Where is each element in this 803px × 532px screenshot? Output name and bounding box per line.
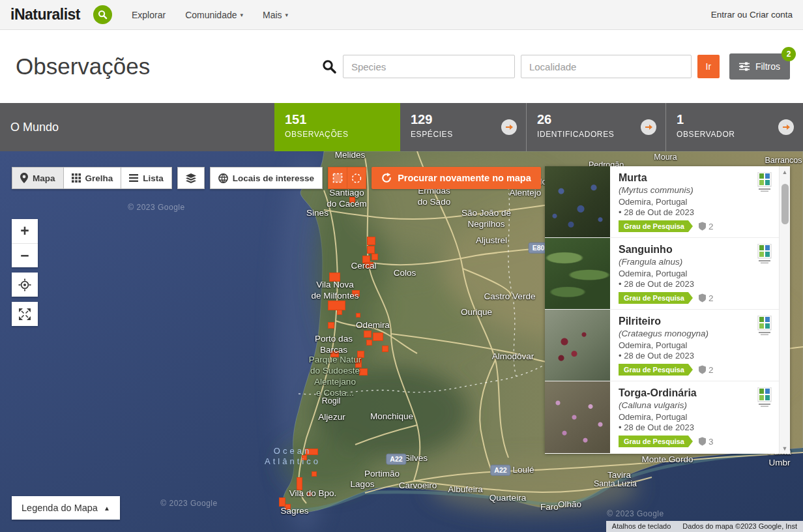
observation-card[interactable]: Torga-Ordinária (Calluna vulgaris) Odemi… — [545, 381, 779, 453]
map-attribution: Atalhos de teclado Dados do mapa ©2023 G… — [606, 521, 803, 532]
arrow-right-icon[interactable] — [778, 119, 794, 135]
observation-grid-marker[interactable] — [359, 368, 368, 376]
nav-search-button[interactable] — [93, 5, 112, 24]
observation-grid-marker[interactable] — [352, 290, 360, 297]
go-button[interactable]: Ir — [697, 55, 720, 78]
my-location-button[interactable] — [12, 273, 38, 297]
observation-grid-marker[interactable] — [337, 310, 342, 315]
observation-grid-marker[interactable] — [367, 237, 375, 245]
grid-view-button[interactable]: Grelha — [63, 167, 122, 189]
arrow-right-icon[interactable] — [641, 119, 656, 135]
map-view-button[interactable]: Mapa — [12, 167, 64, 189]
observation-photo[interactable] — [545, 381, 610, 453]
observation-grid-marker[interactable] — [357, 351, 364, 358]
shield-icon — [699, 293, 706, 303]
observation-photo[interactable] — [545, 238, 610, 309]
scrollbar-thumb[interactable] — [781, 184, 789, 224]
keyboard-shortcuts-link[interactable]: Atalhos de teclado — [606, 521, 677, 532]
observation-card[interactable]: Murta (Myrtus communis) Odemira, Portuga… — [545, 166, 779, 238]
filters-button[interactable]: Filtros 2 — [729, 53, 790, 80]
map-canvas[interactable]: MelidesSantiago do CacémSinesErmidas do … — [0, 151, 803, 532]
view-switcher: Mapa Grelha Lista — [12, 167, 172, 189]
observation-grid-marker[interactable] — [366, 340, 372, 346]
tab-observations[interactable]: 151 OBSERVAÇÕES — [274, 103, 400, 151]
taxon-common-name[interactable]: Torga-Ordinária — [619, 387, 771, 399]
observation-grid-marker[interactable] — [382, 346, 388, 352]
observation-grid-marker[interactable] — [364, 262, 373, 268]
fullscreen-button[interactable] — [12, 302, 38, 326]
filters-count-badge: 2 — [781, 47, 796, 61]
quality-grade-badge: Grau de Pesquisa — [619, 436, 693, 447]
observation-grid-marker[interactable] — [355, 358, 362, 368]
observations-panel: Murta (Myrtus communis) Odemira, Portuga… — [545, 166, 790, 454]
taxon-common-name[interactable]: Pilriteiro — [619, 316, 771, 327]
dashed-square-icon — [332, 173, 343, 183]
taxon-scientific-name: (Frangula alnus) — [619, 257, 771, 267]
observation-card[interactable]: Sanguinho (Frangula alnus) Odemira, Port… — [545, 238, 779, 310]
scroll-up-arrow[interactable]: ▲ — [780, 166, 790, 177]
observation-grid-marker[interactable] — [364, 331, 372, 338]
observation-grid-marker[interactable] — [328, 301, 345, 310]
observation-grid-marker[interactable] — [328, 322, 334, 329]
arrow-right-icon[interactable] — [501, 119, 517, 135]
dashed-circle-icon — [351, 173, 362, 184]
id-count: 2 — [699, 222, 714, 231]
tab-observers[interactable]: 1 OBSERVADOR — [665, 103, 803, 151]
taxon-common-name[interactable]: Murta — [619, 172, 771, 184]
observation-grid-marker[interactable] — [373, 332, 383, 341]
observation-date: • 28 de Out de 2023 — [619, 351, 771, 361]
observation-card[interactable]: Pilriteiro (Crataegus monogyna) Odemira,… — [545, 310, 779, 381]
list-view-button[interactable]: Lista — [121, 167, 172, 189]
observation-grid-marker[interactable] — [330, 351, 339, 357]
tab-species[interactable]: 129 ESPÉCIES — [400, 103, 526, 151]
observation-grid-marker[interactable] — [302, 455, 307, 460]
observation-grid-marker[interactable] — [305, 449, 318, 455]
location-input[interactable] — [521, 55, 692, 78]
panel-scrollbar[interactable]: ▲ ▼ — [779, 166, 790, 454]
id-count: 3 — [699, 437, 714, 447]
project-logo-icon — [757, 244, 772, 265]
observation-grid-marker[interactable] — [308, 492, 312, 496]
id-count: 2 — [699, 365, 714, 375]
taxon-scientific-name: (Crataegus monogyna) — [619, 329, 771, 338]
layers-button[interactable] — [177, 167, 205, 189]
circle-select-button[interactable] — [347, 167, 366, 189]
zoom-out-button[interactable]: − — [12, 243, 38, 267]
rectangle-select-button[interactable] — [328, 167, 347, 189]
observation-grid-marker[interactable] — [372, 254, 378, 260]
target-icon — [18, 278, 31, 291]
places-of-interest-button[interactable]: Locais de interesse — [210, 167, 323, 189]
observation-grid-marker[interactable] — [356, 313, 360, 318]
inaturalist-logo[interactable]: iNaturalist — [10, 6, 80, 23]
shield-icon — [699, 365, 706, 374]
redo-search-button[interactable]: Procurar novamente no mapa — [372, 167, 541, 189]
zoom-in-button[interactable]: + — [12, 219, 38, 243]
observation-date: • 28 de Out de 2023 — [619, 207, 771, 217]
nav-link-community[interactable]: Comunidade▾ — [185, 10, 243, 20]
scroll-down-arrow[interactable]: ▼ — [780, 443, 790, 454]
taxon-common-name[interactable]: Sanguinho — [619, 244, 771, 256]
top-navbar: iNaturalist Explorar Comunidade▾ Mais▾ E… — [0, 0, 803, 30]
map-data-attribution[interactable]: Dados do mapa ©2023 Google, Inst — [677, 521, 803, 532]
observation-grid-marker[interactable] — [285, 504, 291, 510]
observation-grid-marker[interactable] — [312, 471, 317, 477]
shield-icon — [699, 437, 706, 446]
species-input[interactable] — [343, 55, 515, 78]
sliders-icon — [739, 62, 750, 71]
auth-links[interactable]: Entrar ou Criar conta — [711, 10, 793, 20]
observation-grid-marker[interactable] — [297, 477, 302, 490]
nav-link-more[interactable]: Mais▾ — [263, 10, 288, 20]
observation-photo[interactable] — [545, 310, 610, 381]
fullscreen-icon — [19, 308, 31, 320]
search-icon — [98, 10, 108, 20]
tab-identifiers[interactable]: 26 IDENTIFICADORES — [526, 103, 665, 151]
id-count: 2 — [699, 293, 714, 303]
page-header: Observações Ir Filtros 2 — [0, 30, 803, 103]
observation-grid-marker[interactable] — [367, 246, 375, 254]
observation-photo[interactable] — [545, 166, 610, 237]
shield-icon — [699, 222, 706, 231]
observation-grid-marker[interactable] — [349, 197, 355, 203]
nav-link-explore[interactable]: Explorar — [132, 10, 166, 20]
observation-grid-marker[interactable] — [329, 273, 340, 282]
map-legend-button[interactable]: Legenda do Mapa ▲ — [12, 496, 120, 520]
